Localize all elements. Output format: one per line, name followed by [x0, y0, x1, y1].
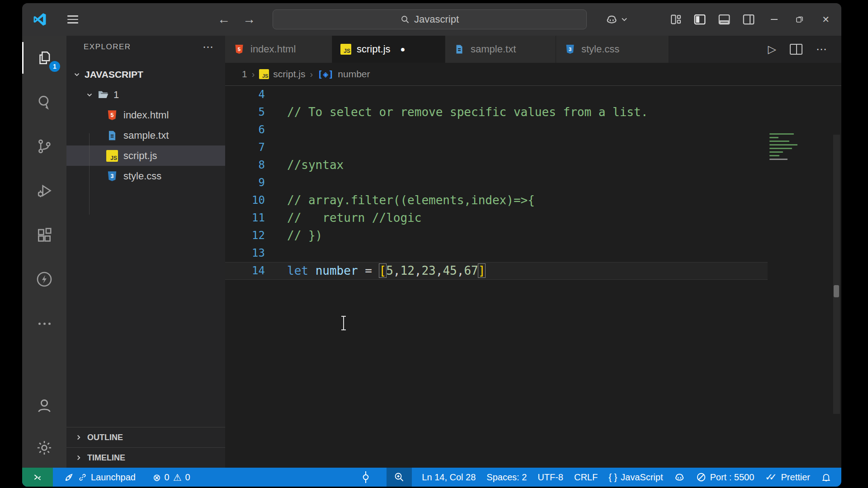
launchpad-status[interactable]: Launchpad — [58, 468, 141, 487]
sidebar-explorer: EXPLORER ⋯ JAVASCRIPT 1 5index.htmlsampl… — [66, 36, 225, 468]
source-control-view-icon[interactable] — [22, 124, 66, 169]
file-name: style.css — [123, 170, 161, 182]
formatter-status[interactable]: ✓✓ Prettier — [760, 468, 816, 487]
dirty-indicator[interactable]: ● — [401, 45, 406, 54]
launchpad-label: Launchpad — [91, 472, 136, 483]
split-editor-icon[interactable] — [790, 44, 802, 55]
tab-style.css[interactable]: 3style.css — [556, 36, 669, 63]
close-button[interactable]: ✕ — [822, 14, 830, 25]
encoding-status[interactable]: UTF-8 — [532, 468, 569, 487]
file-row-script.js[interactable]: JSscript.js — [66, 145, 225, 166]
breadcrumb-symbol[interactable]: [◈] number — [317, 69, 370, 80]
zoom-in-icon — [394, 472, 405, 483]
code-line-5[interactable]: 5// To select or remove specific values … — [225, 103, 768, 121]
git-branch-icon — [36, 138, 53, 155]
search-view-icon[interactable] — [22, 80, 66, 124]
back-icon[interactable]: ← — [217, 13, 230, 26]
cursor-position-status[interactable]: Ln 14, Col 28 — [416, 468, 481, 487]
accounts-icon[interactable] — [22, 383, 66, 427]
customize-layout-icon[interactable] — [670, 13, 682, 26]
html-icon: 5 — [106, 109, 118, 121]
line-number: 6 — [225, 121, 265, 139]
extensions-icon — [36, 226, 53, 244]
text-file-icon — [453, 43, 465, 55]
indentation-status[interactable]: Spaces: 2 — [481, 468, 532, 487]
eol: CRLF — [574, 472, 598, 483]
code-line-9[interactable]: 9 — [225, 174, 768, 192]
breadcrumb-folder[interactable]: 1 — [242, 69, 247, 80]
line-number: 14 — [225, 262, 265, 280]
code-line-4[interactable]: 4 — [225, 86, 768, 103]
extensions-view-icon[interactable] — [22, 213, 66, 257]
search-icon — [401, 15, 410, 24]
section-label: TIMELINE — [87, 453, 125, 463]
port-label: Port : 5500 — [710, 472, 754, 483]
live-server-view-icon[interactable] — [22, 257, 66, 301]
timeline-section[interactable]: TIMELINE — [66, 447, 225, 468]
language-status[interactable]: { } JavaScript — [603, 468, 668, 487]
lightning-icon — [35, 270, 53, 288]
tab-script.js[interactable]: JSscript.js● — [332, 36, 445, 63]
run-debug-view-icon[interactable] — [22, 169, 66, 213]
code-editor[interactable]: 45// To select or remove specific values… — [225, 86, 841, 468]
file-row-sample.txt[interactable]: sample.txt — [66, 125, 225, 145]
code-line-11[interactable]: 11// return //logic — [225, 209, 768, 227]
restore-button[interactable] — [796, 15, 804, 23]
code-line-12[interactable]: 12// }) — [225, 227, 768, 244]
problems-status[interactable]: ⊗ 0 ⚠ 0 — [147, 468, 196, 487]
code-line-10[interactable]: 10// array.filter((elements,index)=>{ — [225, 192, 768, 209]
tab-index.html[interactable]: 5index.html — [225, 36, 332, 63]
line-content: let number = [5,12,23,45,67] — [265, 262, 485, 280]
folder-open-icon — [97, 89, 110, 101]
html-icon: 5 — [233, 43, 245, 55]
more-views-icon[interactable] — [22, 301, 66, 346]
file-name: sample.txt — [123, 130, 169, 141]
code-line-6[interactable]: 6 — [225, 121, 768, 139]
file-row-style.css[interactable]: 3style.css — [66, 166, 225, 186]
chevron-right-icon — [75, 433, 83, 441]
outline-section[interactable]: OUTLINE — [66, 427, 225, 447]
search-value: Javascript — [414, 14, 459, 25]
chevron-right-icon — [75, 454, 83, 462]
folder-row[interactable]: 1 — [66, 84, 225, 105]
copilot-status[interactable] — [668, 468, 691, 487]
zoom-status[interactable] — [387, 468, 412, 487]
code-line-13[interactable]: 13 — [225, 244, 768, 262]
menu-icon[interactable] — [67, 15, 78, 23]
workspace-row[interactable]: JAVASCRIPT — [66, 64, 225, 84]
language: JavaScript — [621, 472, 663, 483]
copilot-menu[interactable] — [605, 13, 627, 26]
settings-icon[interactable] — [22, 427, 66, 468]
explorer-view-icon[interactable]: 1 — [22, 36, 66, 80]
eol-status[interactable]: CRLF — [569, 468, 603, 487]
minimize-button[interactable] — [771, 19, 778, 20]
breadcrumb-file[interactable]: JS script.js — [259, 69, 305, 80]
svg-text:5: 5 — [238, 47, 241, 52]
minimap[interactable] — [769, 133, 799, 162]
command-center-search[interactable]: Javascript — [273, 9, 587, 29]
remote-indicator[interactable] — [22, 468, 53, 487]
chevron-right-icon: › — [252, 69, 255, 80]
scrollbar-thumb[interactable] — [834, 285, 839, 297]
title-bar: ← → Javascript — [22, 3, 841, 36]
tab-sample.txt[interactable]: sample.txt — [445, 36, 556, 63]
breadcrumb-symbol-label: number — [338, 69, 370, 80]
toggle-panel-icon[interactable] — [717, 13, 731, 26]
toggle-sidebar-icon[interactable] — [693, 13, 707, 26]
line-number: 13 — [225, 244, 265, 262]
sidebar-sections: OUTLINE TIMELINE — [66, 427, 225, 468]
forward-icon[interactable]: → — [243, 13, 255, 26]
notifications-status[interactable] — [816, 468, 837, 487]
code-line-14[interactable]: 14let number = [5,12,23,45,67] — [225, 262, 768, 280]
toggle-secondary-sidebar-icon[interactable] — [742, 13, 755, 26]
code-line-8[interactable]: 8//syntax — [225, 156, 768, 174]
file-row-index.html[interactable]: 5index.html — [66, 105, 225, 125]
run-button[interactable]: ▷ — [768, 44, 776, 55]
port-status[interactable]: Port : 5500 — [691, 468, 760, 487]
code-line-7[interactable]: 7 — [225, 139, 768, 156]
screencast-status[interactable] — [356, 468, 376, 487]
editor-more-actions-icon[interactable]: ⋯ — [816, 44, 827, 55]
warnings-icon: ⚠ — [173, 473, 182, 482]
file-list: 5index.htmlsample.txtJSscript.js3style.c… — [66, 105, 225, 186]
editor-scrollbar[interactable] — [833, 135, 840, 414]
